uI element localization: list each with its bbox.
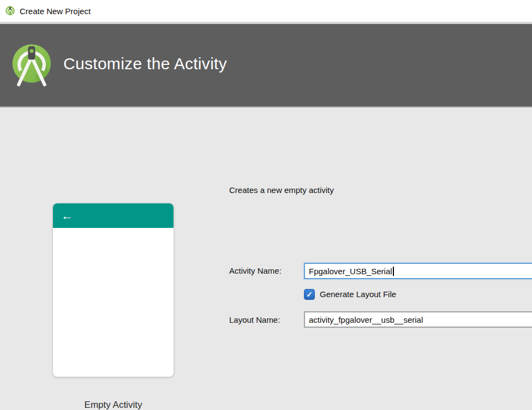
layout-name-value: activity_fpgalover__usb__serial	[309, 315, 423, 324]
wizard-content: ← Empty Activity Creates a new empty act…	[0, 108, 532, 410]
activity-name-value: Fpgalover_USB_Serial	[309, 267, 392, 276]
wizard-banner: Customize the Activity	[0, 24, 532, 107]
android-studio-icon	[4, 5, 16, 17]
generate-layout-label[interactable]: Generate Layout File	[320, 290, 396, 299]
text-caret	[393, 267, 394, 276]
back-arrow-icon: ←	[61, 210, 73, 222]
preview-caption: Empty Activity	[53, 400, 174, 410]
activity-description: Creates a new empty activity	[229, 185, 334, 195]
activity-name-input[interactable]: Fpgalover_USB_Serial	[304, 263, 532, 279]
window-title: Create New Project	[20, 7, 91, 16]
android-studio-logo	[8, 40, 56, 91]
banner-title: Customize the Activity	[63, 55, 227, 73]
layout-name-input[interactable]: activity_fpgalover__usb__serial	[304, 311, 532, 328]
activity-preview-card: ←	[53, 203, 174, 377]
create-new-project-window: Create New Project Customize the Activit…	[0, 0, 532, 410]
layout-name-label: Layout Name:	[229, 315, 280, 324]
check-icon: ✓	[306, 290, 313, 299]
activity-name-label: Activity Name:	[229, 266, 282, 275]
window-title-bar: Create New Project	[0, 0, 532, 22]
generate-layout-checkbox[interactable]: ✓	[304, 289, 315, 300]
preview-card-header: ←	[53, 203, 174, 228]
